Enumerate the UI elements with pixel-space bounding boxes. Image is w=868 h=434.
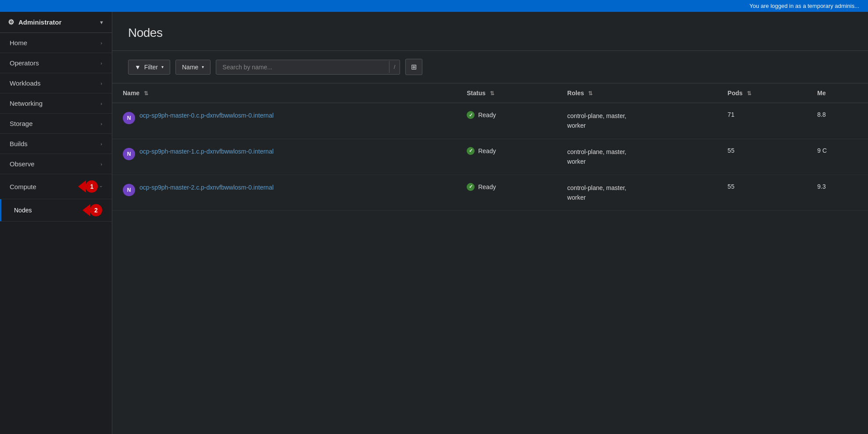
sidebar-item-observe[interactable]: Observe › bbox=[0, 154, 112, 174]
cell-status-2: Ready bbox=[456, 175, 557, 211]
table-row: N ocp-sp9ph-master-2.c.p-dxnvfbwwlosm-0.… bbox=[112, 175, 868, 211]
filter-label: Filter bbox=[144, 64, 158, 71]
annotation-badge-2: 2 bbox=[82, 204, 102, 216]
sidebar-item-builds[interactable]: Builds › bbox=[0, 134, 112, 154]
sidebar: ⚙ Administrator ▼ Home › Operators › Wor… bbox=[0, 12, 112, 434]
chevron-right-icon: › bbox=[100, 101, 102, 106]
page-title: Nodes bbox=[128, 26, 852, 40]
name-dropdown-button[interactable]: Name ▾ bbox=[175, 60, 211, 75]
status-ready-icon-1 bbox=[467, 147, 475, 155]
node-link-1[interactable]: ocp-sp9ph-master-1.c.p-dxnvfbwwlosm-0.in… bbox=[139, 147, 274, 156]
status-label-2: Ready bbox=[478, 183, 496, 190]
cell-memory-0: 8.8 bbox=[807, 103, 868, 139]
search-input-wrapper: / bbox=[216, 60, 400, 75]
cell-pods-2: 55 bbox=[717, 175, 807, 211]
cell-name-2: N ocp-sp9ph-master-2.c.p-dxnvfbwwlosm-0.… bbox=[112, 175, 456, 211]
cell-status-1: Ready bbox=[456, 139, 557, 175]
annotation-badge-1: 1 bbox=[78, 180, 98, 193]
sidebar-item-storage[interactable]: Storage › bbox=[0, 114, 112, 134]
chevron-right-icon: › bbox=[100, 61, 102, 66]
sidebar-item-networking[interactable]: Networking › bbox=[0, 93, 112, 114]
admin-switcher[interactable]: ⚙ Administrator ▼ bbox=[0, 12, 112, 33]
filter-icon: ▼ bbox=[135, 64, 141, 71]
sidebar-item-workloads[interactable]: Workloads › bbox=[0, 73, 112, 93]
sort-icon-name: ⇅ bbox=[144, 90, 148, 97]
gear-icon: ⚙ bbox=[8, 18, 14, 26]
name-chevron-icon: ▾ bbox=[202, 65, 204, 69]
sidebar-item-compute[interactable]: Compute 1 › bbox=[0, 174, 112, 199]
node-avatar-2: N bbox=[123, 184, 135, 196]
cell-roles-2: control-plane, master,worker bbox=[557, 175, 717, 211]
toolbar: ▼ Filter ▾ Name ▾ / ⊞ bbox=[112, 51, 868, 83]
cell-name-1: N ocp-sp9ph-master-1.c.p-dxnvfbwwlosm-0.… bbox=[112, 139, 456, 175]
node-avatar-0: N bbox=[123, 112, 135, 124]
sort-icon-pods: ⇅ bbox=[747, 90, 751, 97]
chevron-right-icon: › bbox=[100, 81, 102, 86]
columns-button[interactable]: ⊞ bbox=[405, 59, 422, 75]
cell-status-0: Ready bbox=[456, 103, 557, 139]
cell-memory-2: 9.3 bbox=[807, 175, 868, 211]
chevron-right-icon: › bbox=[100, 161, 102, 167]
cell-name-0: N ocp-sp9ph-master-0.c.p-dxnvfbwwlosm-0.… bbox=[112, 103, 456, 139]
cell-memory-1: 9 C bbox=[807, 139, 868, 175]
search-input[interactable] bbox=[216, 60, 389, 74]
node-link-2[interactable]: ocp-sp9ph-master-2.c.p-dxnvfbwwlosm-0.in… bbox=[139, 183, 274, 192]
chevron-right-icon: › bbox=[100, 40, 102, 46]
col-header-pods[interactable]: Pods ⇅ bbox=[717, 83, 807, 103]
cell-roles-0: control-plane, master,worker bbox=[557, 103, 717, 139]
name-label: Name bbox=[182, 64, 198, 71]
chevron-right-icon: › bbox=[100, 141, 102, 147]
main-content: Nodes ▼ Filter ▾ Name ▾ / ⊞ bbox=[112, 12, 868, 434]
col-header-memory[interactable]: Me bbox=[807, 83, 868, 103]
admin-label: Administrator bbox=[18, 18, 61, 26]
slash-shortcut[interactable]: / bbox=[389, 61, 400, 73]
columns-icon: ⊞ bbox=[411, 63, 417, 71]
node-link-0[interactable]: ocp-sp9ph-master-0.c.p-dxnvfbwwlosm-0.in… bbox=[139, 111, 274, 120]
status-label-1: Ready bbox=[478, 147, 496, 154]
table-row: N ocp-sp9ph-master-1.c.p-dxnvfbwwlosm-0.… bbox=[112, 139, 868, 175]
sidebar-sub-item-nodes[interactable]: Nodes 2 bbox=[0, 199, 112, 222]
chevron-down-icon: › bbox=[99, 186, 104, 187]
cell-pods-0: 71 bbox=[717, 103, 807, 139]
chevron-right-icon: › bbox=[100, 121, 102, 126]
top-banner: You are logged in as a temporary adminis… bbox=[0, 0, 868, 12]
col-header-roles[interactable]: Roles ⇅ bbox=[557, 83, 717, 103]
sort-icon-status: ⇅ bbox=[490, 90, 494, 97]
status-ready-icon-2 bbox=[467, 183, 475, 191]
cell-pods-1: 55 bbox=[717, 139, 807, 175]
cell-roles-1: control-plane, master,worker bbox=[557, 139, 717, 175]
status-ready-icon-0 bbox=[467, 111, 475, 119]
table-header-row: Name ⇅ Status ⇅ Roles ⇅ Pods ⇅ bbox=[112, 83, 868, 103]
sort-icon-roles: ⇅ bbox=[588, 90, 593, 97]
col-header-name[interactable]: Name ⇅ bbox=[112, 83, 456, 103]
table-row: N ocp-sp9ph-master-0.c.p-dxnvfbwwlosm-0.… bbox=[112, 103, 868, 139]
sidebar-item-operators[interactable]: Operators › bbox=[0, 53, 112, 73]
status-label-0: Ready bbox=[478, 111, 496, 118]
node-avatar-1: N bbox=[123, 148, 135, 160]
sidebar-item-home[interactable]: Home › bbox=[0, 33, 112, 53]
nodes-table: Name ⇅ Status ⇅ Roles ⇅ Pods ⇅ bbox=[112, 83, 868, 211]
filter-chevron-icon: ▾ bbox=[161, 65, 164, 69]
chevron-down-icon: ▼ bbox=[99, 20, 104, 25]
page-header: Nodes bbox=[112, 12, 868, 51]
filter-button[interactable]: ▼ Filter ▾ bbox=[128, 60, 170, 75]
col-header-status[interactable]: Status ⇅ bbox=[456, 83, 557, 103]
